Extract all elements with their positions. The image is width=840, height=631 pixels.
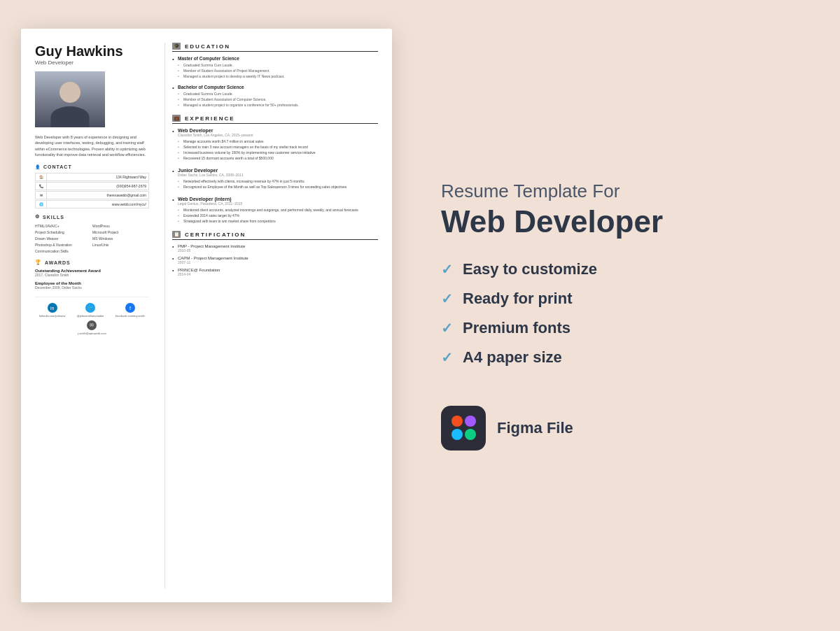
cert-entry-1: PMP - Project Management Institute 2010-…	[172, 244, 378, 253]
skills-grid: HTML/JAVA/C+ WordPress Project Schedulin…	[35, 223, 149, 254]
phone-icon: 📞	[36, 183, 47, 190]
education-title: EDUCATION	[185, 43, 230, 50]
exp-entry-1: Web Developer Claredon Smith, Los Angele…	[172, 128, 378, 161]
exp-company-1: Claredon Smith, Los Angeles, CA, 2015–pr…	[178, 133, 378, 137]
exp-entry-2: Junior Developer Didier Sachs, Los Santo…	[172, 168, 378, 190]
resume-photo-person	[35, 71, 105, 127]
check-icon-4: ✓	[441, 349, 453, 366]
contact-website: www.webb.com/mycv/	[47, 201, 148, 208]
resume-summary: Web Developer with 8 years of experience…	[35, 134, 149, 157]
contact-table: 🏠 134 Rightward Way 📞 (000)954-987-2679 …	[35, 173, 149, 208]
cert-date-3: 2014-04	[178, 272, 378, 276]
email-icon: ✉	[36, 192, 47, 199]
edu-bullet-1-1: Graduated Summa Cum Laude.	[178, 62, 378, 68]
edu-degree-2: Bachelor of Computer Science	[178, 85, 378, 90]
edu-details-1: Graduated Summa Cum Laude. Member of Stu…	[178, 62, 378, 79]
awards-label: AWARDS	[45, 260, 71, 265]
cert-date-1: 2010-05	[178, 248, 378, 253]
cert-date-2: 2007-11	[178, 260, 378, 264]
exp-title-1: Web Developer	[178, 128, 378, 133]
feature-text-1: Easy to customize	[463, 260, 597, 278]
social-facebook: f facebook.com/my.smith	[115, 303, 145, 318]
contact-section-label: CONTACT	[43, 164, 72, 169]
resume-column-divider	[164, 43, 165, 588]
feature-list: ✓ Easy to customize ✓ Ready for print ✓ …	[441, 260, 798, 378]
cert-entry-2: CAPM - Project Management Institute 2007…	[172, 256, 378, 264]
edu-bullet-2-1: Graduated Summa Cum Laude.	[178, 91, 378, 97]
twitter-icon: 🐦	[85, 303, 95, 313]
resume-photo	[35, 71, 105, 127]
feature-item-4: ✓ A4 paper size	[441, 348, 798, 367]
social-email: ✉ j.smith@uptowork.com	[78, 320, 106, 335]
resume-preview: Guy Hawkins Web Developer Web Developer …	[21, 29, 392, 602]
exp-b-3-3: Strategized with team to win market shar…	[178, 218, 378, 224]
award-1-detail: 2017, Claredon Smith	[35, 273, 149, 277]
education-icon: 🎓	[172, 43, 181, 50]
contact-phone-row: 📞 (000)954-987-2679	[35, 182, 149, 190]
education-header: 🎓 EDUCATION	[172, 43, 378, 52]
contact-website-row: 🌐 www.webb.com/mycv/	[35, 200, 149, 208]
exp-bullets-1: Manage accounts worth $4.7 million in an…	[178, 139, 378, 161]
exp-title-3: Web Developer (intern)	[178, 197, 378, 201]
exp-b-1-3: Increased business volume by 150% by imp…	[178, 150, 378, 155]
certification-header: 📋 CERTiFiCATiON	[172, 231, 378, 240]
linkedin-icon: in	[48, 303, 57, 313]
edu-bullet-1-2: Member of Student Association of Project…	[178, 68, 378, 73]
skills-title-label: SKILLS	[43, 215, 64, 220]
skill-comms: Communication Skills	[35, 248, 92, 254]
awards-section: 🏆 AWARDS Outstanding Achievement Award 2…	[35, 260, 149, 290]
feature-item-3: ✓ Premium fonts	[441, 319, 798, 337]
feature-item-1: ✓ Easy to customize	[441, 260, 798, 278]
edu-entry-2: Bachelor of Computer Science Graduated S…	[172, 85, 378, 108]
info-subtitle: Resume Template For	[441, 180, 798, 202]
figma-dot-red	[451, 416, 463, 427]
contact-address-row: 🏠 134 Rightward Way	[35, 173, 149, 181]
skill-photoshop: Photoshop & Illustration	[35, 242, 92, 248]
feature-item-2: ✓ Ready for print	[441, 290, 798, 308]
figma-dot-purple	[465, 416, 476, 427]
edu-bullet-2-2: Member of Student Association of Compute…	[178, 97, 378, 102]
exp-b-1-1: Manage accounts worth $4.7 million in an…	[178, 139, 378, 144]
feature-text-3: Premium fonts	[463, 319, 570, 337]
check-icon-1: ✓	[441, 261, 453, 278]
edu-bullet-1-3: Managed a student project to develop a w…	[178, 73, 378, 79]
skills-section: ⚙ SKILLS HTML/JAVA/C+ WordPress Project …	[35, 214, 149, 254]
email-social-icon: ✉	[87, 320, 97, 330]
experience-icon: 💼	[172, 115, 181, 122]
skill-wordpress: WordPress	[92, 223, 149, 229]
edu-entry-1: Master of Computer Science Graduated Sum…	[172, 56, 378, 79]
resume-left-column: Guy Hawkins Web Developer Web Developer …	[35, 43, 158, 588]
award-1: Outstanding Achievement Award 2017, Clar…	[35, 269, 149, 277]
main-container: Guy Hawkins Web Developer Web Developer …	[21, 22, 819, 609]
check-icon-2: ✓	[441, 290, 453, 307]
experience-title: EXPERIENCE	[185, 115, 235, 122]
certification-title: CERTiFiCATiON	[185, 232, 246, 238]
certification-icon: 📋	[172, 231, 181, 238]
exp-b-2-1: Networked effectively with clients, incr…	[178, 178, 378, 184]
figma-circles	[449, 413, 479, 443]
experience-header: 💼 EXPERIENCE	[172, 115, 378, 124]
exp-b-3-2: Exceeded 2014 sales target by 47%	[178, 213, 378, 218]
exp-b-2-2: Recognized as Employee of the Month as w…	[178, 184, 378, 190]
skill-windows: MS Windows	[92, 236, 149, 241]
contact-email-row: ✉ theresawebb@gmail.com	[35, 191, 149, 199]
linkedin-label: linkedin.com/johnutw	[39, 314, 65, 318]
social-twitter: 🐦 @johnsmithutw.twitter	[77, 303, 104, 318]
figma-label: Figma File	[497, 419, 573, 437]
skill-linux: Linux/Unix	[92, 242, 149, 248]
exp-entry-3: Web Developer (intern) Legal Genius, Pas…	[172, 197, 378, 224]
resume-name: Guy Hawkins	[35, 43, 149, 59]
skill-html: HTML/JAVA/C+	[35, 223, 92, 229]
contact-section-title: CONTACT	[35, 164, 149, 169]
figma-dot-green	[451, 429, 463, 440]
skill-dreamweaver: Dream Weaver	[35, 236, 92, 241]
skill-project: Project Scheduling	[35, 229, 92, 235]
awards-title: 🏆 AWARDS	[35, 260, 149, 265]
globe-icon: 🌐	[36, 201, 47, 208]
skills-section-title: ⚙ SKILLS	[35, 214, 149, 220]
exp-b-3-1: Monitored client accounts, analyzed inco…	[178, 207, 378, 213]
home-icon: 🏠	[36, 173, 47, 180]
exp-bullets-2: Networked effectively with clients, incr…	[178, 178, 378, 190]
check-icon-3: ✓	[441, 320, 453, 336]
resume-job-title: Web Developer	[35, 59, 149, 66]
